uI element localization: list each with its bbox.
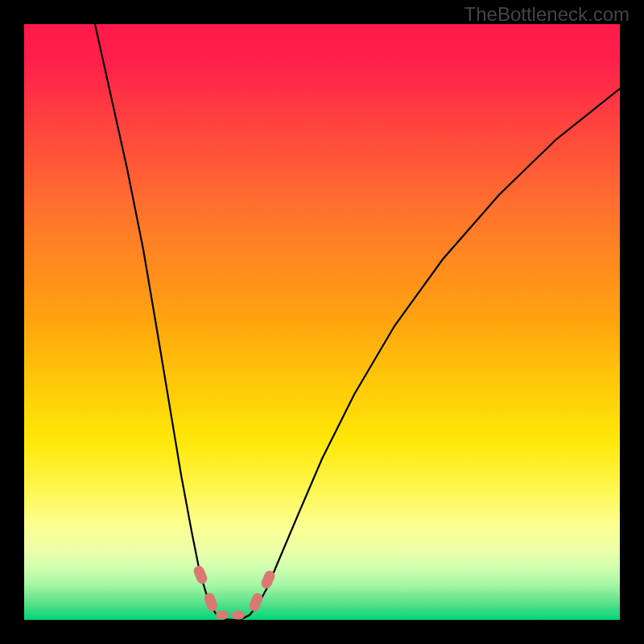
curve-marker (248, 592, 263, 613)
curve-marker (217, 611, 229, 619)
curve-layer (24, 24, 620, 620)
curve-marker (204, 592, 218, 613)
curve-marker (233, 611, 245, 619)
chart-viewport: TheBottleneck.com (0, 0, 644, 644)
v-curve-line (95, 24, 620, 620)
curve-marker (260, 570, 276, 590)
watermark-label: TheBottleneck.com (464, 3, 630, 26)
curve-marker (192, 565, 208, 585)
plot-area (24, 24, 620, 620)
